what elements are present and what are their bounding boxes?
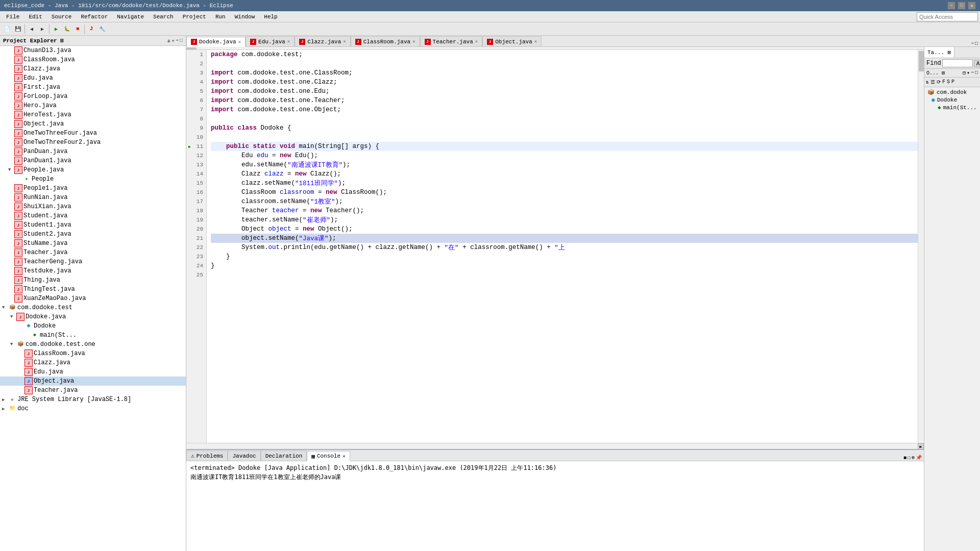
- outline-item-mainSt[interactable]: ◆ main(St...: [925, 104, 979, 111]
- tree-item-com-dodoke-test-one[interactable]: ▼📦com.dodoke.test.one: [0, 340, 186, 349]
- tree-item-Student1[interactable]: JStudent1.java: [0, 220, 186, 230]
- tree-item-Edu-one[interactable]: JEdu.java: [0, 367, 186, 377]
- menu-run[interactable]: Run: [211, 13, 230, 21]
- tree-item-Dodoke-class[interactable]: ◉Dodoke: [0, 321, 186, 331]
- menu-help[interactable]: Help: [260, 13, 281, 21]
- tree-item-Clazz[interactable]: JClazz.java: [0, 64, 186, 73]
- tree-item-RunNian[interactable]: JRunNian.java: [0, 193, 186, 202]
- tab-close-icon[interactable]: ✕: [475, 39, 478, 44]
- tb-run-button[interactable]: ▶: [51, 24, 61, 34]
- code-line-17[interactable]: classroom.setName("1教室");: [211, 197, 918, 206]
- vertical-scrollbar[interactable]: [918, 50, 924, 443]
- tree-item-main[interactable]: ◆main(St...: [0, 331, 186, 340]
- find-all-button[interactable]: All: [974, 60, 980, 67]
- tab-ClassRoom[interactable]: J ClassRoom.java ✕: [351, 36, 420, 46]
- collapse-all-button[interactable]: ⇊: [167, 38, 170, 44]
- tree-item-Clazz-one[interactable]: JClazz.java: [0, 358, 186, 367]
- find-input[interactable]: [942, 59, 973, 67]
- tb-debug-button[interactable]: 🐛: [62, 24, 72, 34]
- outline-menu-btn[interactable]: ▾: [967, 70, 970, 76]
- tab-Clazz[interactable]: J Clazz.java ✕: [295, 36, 350, 46]
- console-clear-btn[interactable]: ☐: [908, 455, 911, 461]
- tree-item-Edu[interactable]: JEdu.java: [0, 73, 186, 83]
- code-line-19[interactable]: teacher.setName("崔老师");: [211, 215, 918, 224]
- outline-min-btn[interactable]: −: [971, 70, 974, 76]
- tree-item-ClassRoom-one[interactable]: JClassRoom.java: [0, 349, 186, 358]
- tree-item-HeroTest[interactable]: JHeroTest.java: [0, 110, 186, 119]
- outline-collapse-btn[interactable]: ⊟: [963, 70, 966, 76]
- code-line-10[interactable]: [211, 133, 918, 142]
- tree-item-ThingTest[interactable]: JThingTest.java: [0, 285, 186, 294]
- tab-console[interactable]: ▦ Console ✕: [307, 451, 350, 461]
- tree-item-ShuiXian[interactable]: JShuiXian.java: [0, 202, 186, 211]
- minimize-button[interactable]: −: [947, 2, 955, 10]
- tree-item-Dodoke-java[interactable]: ▼JDodoke.java: [0, 312, 186, 321]
- tree-item-ChuanDi3[interactable]: JChuanDi3.java: [0, 46, 186, 55]
- code-line-8[interactable]: [211, 114, 918, 123]
- menu-window[interactable]: Window: [231, 13, 259, 21]
- tree-item-People-class[interactable]: ●People: [0, 174, 186, 184]
- menu-edit[interactable]: Edit: [24, 13, 46, 21]
- menu-search[interactable]: Search: [149, 13, 178, 21]
- code-line-1[interactable]: package com.dodoke.test;: [211, 50, 918, 59]
- tree-item-com-dodoke-test[interactable]: ▼📦com.dodoke.test: [0, 303, 186, 312]
- tb-back-button[interactable]: ◀: [27, 24, 37, 34]
- code-line-14[interactable]: Clazz clazz = new Clazz();: [211, 169, 918, 179]
- outline-sort-btn[interactable]: ⇅: [925, 79, 929, 86]
- tree-item-Student2[interactable]: JStudent2.java: [0, 230, 186, 239]
- right-tab-tasks[interactable]: Ta... ⊠: [924, 47, 954, 58]
- tree-item-Thing[interactable]: JThing.java: [0, 276, 186, 285]
- panel-maximize-button[interactable]: □: [180, 38, 183, 44]
- tree-item-First[interactable]: JFirst.java: [0, 83, 186, 92]
- menu-project[interactable]: Project: [179, 13, 210, 21]
- tab-Object[interactable]: J Object.java ✕: [482, 36, 542, 46]
- code-line-4[interactable]: import com.dodoke.test.one.Clazz;: [211, 78, 918, 87]
- code-area[interactable]: package com.dodoke.test; import com.dodo…: [207, 50, 918, 443]
- outline-max-btn[interactable]: □: [975, 70, 978, 76]
- tab-problems[interactable]: ⚠ Problems: [186, 450, 228, 461]
- panel-menu-button[interactable]: ▾: [172, 38, 175, 44]
- tree-item-Teacher[interactable]: JTeacher.java: [0, 248, 186, 257]
- tb-save-button[interactable]: 💾: [13, 24, 23, 34]
- tab-close-icon[interactable]: ✕: [534, 39, 537, 44]
- code-line-5[interactable]: import com.dodoke.test.one.Edu;: [211, 87, 918, 96]
- close-button[interactable]: ✕: [968, 2, 976, 10]
- tb-perspective-java[interactable]: J: [86, 24, 96, 34]
- console-scroll-lock-btn[interactable]: ⊕: [912, 455, 915, 461]
- menu-refactor[interactable]: Refactor: [77, 13, 112, 21]
- tb-perspective-debug[interactable]: 🔧: [97, 24, 107, 34]
- outline-filter-btn[interactable]: ☰: [930, 79, 936, 86]
- code-line-16[interactable]: ClassRoom classroom = new ClassRoom();: [211, 188, 918, 197]
- tree-item-Object-one[interactable]: JObject.java: [0, 377, 186, 386]
- tab-Dodoke[interactable]: J Dodoke.java ✕: [186, 37, 246, 47]
- tab-close-icon[interactable]: ✕: [287, 39, 290, 44]
- code-line-24[interactable]: }: [211, 261, 918, 270]
- code-line-3[interactable]: import com.dodoke.test.one.ClassRoom;: [211, 68, 918, 78]
- tab-Teacher[interactable]: J Teacher.java ✕: [420, 36, 483, 46]
- tree-item-ForLoop[interactable]: JForLoop.java: [0, 92, 186, 101]
- console-stop-btn[interactable]: ■: [903, 455, 906, 461]
- tree-item-jre[interactable]: ▶☕JRE System Library [JavaSE-1.8]: [0, 395, 186, 404]
- menu-source[interactable]: Source: [47, 13, 76, 21]
- tab-close-icon[interactable]: ✕: [343, 39, 346, 44]
- code-line-13[interactable]: edu.setName("南通波课IT教育");: [211, 160, 918, 169]
- tree-item-PanDuan1[interactable]: JPanDuan1.java: [0, 156, 186, 165]
- tree-item-Testduke[interactable]: JTestduke.java: [0, 266, 186, 276]
- tab-maximize-btn[interactable]: □: [975, 41, 978, 46]
- console-pin-btn[interactable]: 📌: [916, 455, 922, 461]
- maximize-button[interactable]: □: [958, 2, 966, 10]
- tree-item-OneTwoThreeFour2[interactable]: JOneTwoThreeFour2.java: [0, 138, 186, 147]
- code-line-7[interactable]: import com.dodoke.test.one.Object;: [211, 105, 918, 114]
- code-line-21[interactable]: object.setName("Java课");: [211, 234, 918, 243]
- tree-item-PanDuan[interactable]: JPanDuan.java: [0, 147, 186, 156]
- horizontal-scrollbar[interactable]: ▶: [186, 443, 924, 449]
- code-line-25[interactable]: [211, 270, 918, 280]
- outline-item-com-dodok[interactable]: 📦 com.dodok: [925, 88, 979, 96]
- tree-item-Teacher-one[interactable]: JTeacher.java: [0, 386, 186, 395]
- outline-hide-fields-btn[interactable]: F: [942, 79, 946, 86]
- menu-file[interactable]: File: [2, 13, 23, 21]
- tree-item-StuName[interactable]: JStuName.java: [0, 239, 186, 248]
- outline-hide-public-btn[interactable]: P: [951, 79, 955, 86]
- tab-close-icon[interactable]: ✕: [238, 39, 241, 45]
- outline-hide-static-btn[interactable]: S: [946, 79, 950, 86]
